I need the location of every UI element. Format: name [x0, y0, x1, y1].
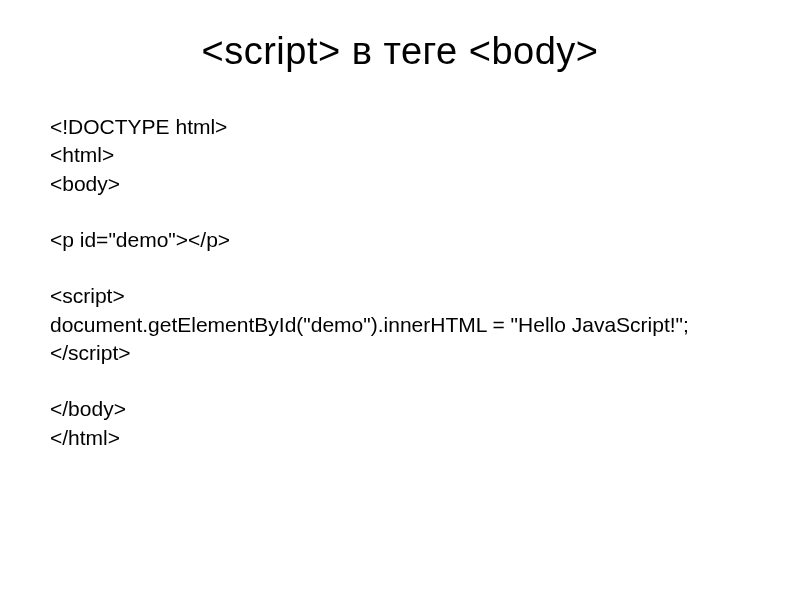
blank-line: [50, 254, 750, 282]
slide-title: <script> в теге <body>: [50, 30, 750, 73]
blank-line: [50, 198, 750, 226]
code-line: document.getElementById("demo").innerHTM…: [50, 311, 750, 339]
code-line: <p id="demo"></p>: [50, 226, 750, 254]
code-line: <!DOCTYPE html>: [50, 113, 750, 141]
code-line: </body>: [50, 395, 750, 423]
blank-line: [50, 367, 750, 395]
code-line: <body>: [50, 170, 750, 198]
code-example: <!DOCTYPE html> <html> <body> <p id="dem…: [50, 113, 750, 452]
code-line: </html>: [50, 424, 750, 452]
code-line: <html>: [50, 141, 750, 169]
code-line: </script>: [50, 339, 750, 367]
code-line: <script>: [50, 282, 750, 310]
